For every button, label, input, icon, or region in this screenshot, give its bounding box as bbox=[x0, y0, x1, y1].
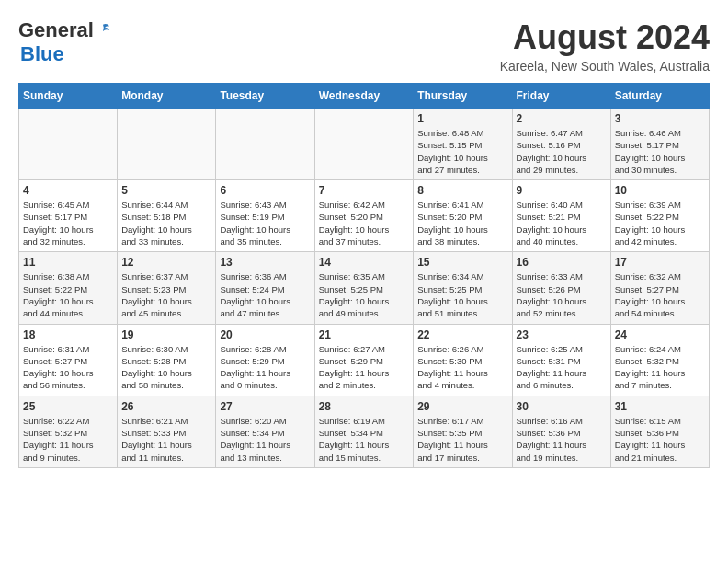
calendar-cell bbox=[314, 109, 414, 180]
day-info: Sunrise: 6:22 AM Sunset: 5:32 PM Dayligh… bbox=[23, 415, 113, 464]
day-info: Sunrise: 6:16 AM Sunset: 5:36 PM Dayligh… bbox=[517, 415, 607, 464]
calendar-table: SundayMondayTuesdayWednesdayThursdayFrid… bbox=[18, 83, 710, 468]
day-info: Sunrise: 6:45 AM Sunset: 5:17 PM Dayligh… bbox=[23, 199, 113, 247]
day-number: 15 bbox=[417, 256, 507, 269]
day-number: 23 bbox=[517, 328, 607, 341]
calendar-cell: 21Sunrise: 6:27 AM Sunset: 5:29 PM Dayli… bbox=[314, 324, 414, 396]
day-info: Sunrise: 6:24 AM Sunset: 5:32 PM Dayligh… bbox=[615, 343, 705, 392]
day-info: Sunrise: 6:32 AM Sunset: 5:27 PM Dayligh… bbox=[615, 270, 705, 319]
day-number: 3 bbox=[615, 112, 705, 125]
calendar-cell: 17Sunrise: 6:32 AM Sunset: 5:27 PM Dayli… bbox=[610, 252, 709, 324]
day-number: 11 bbox=[23, 256, 113, 269]
day-number: 2 bbox=[517, 112, 607, 125]
day-number: 29 bbox=[417, 400, 507, 413]
day-headers-row: SundayMondayTuesdayWednesdayThursdayFrid… bbox=[19, 84, 710, 109]
calendar-cell: 27Sunrise: 6:20 AM Sunset: 5:34 PM Dayli… bbox=[216, 396, 314, 467]
calendar-cell: 4Sunrise: 6:45 AM Sunset: 5:17 PM Daylig… bbox=[19, 180, 118, 252]
day-number: 22 bbox=[417, 328, 507, 341]
calendar-cell: 20Sunrise: 6:28 AM Sunset: 5:29 PM Dayli… bbox=[216, 324, 314, 396]
day-header-wednesday: Wednesday bbox=[314, 84, 414, 109]
day-number: 24 bbox=[615, 328, 705, 341]
day-info: Sunrise: 6:21 AM Sunset: 5:33 PM Dayligh… bbox=[121, 415, 211, 464]
calendar-cell: 5Sunrise: 6:44 AM Sunset: 5:18 PM Daylig… bbox=[118, 180, 216, 252]
calendar-cell: 6Sunrise: 6:43 AM Sunset: 5:19 PM Daylig… bbox=[216, 180, 314, 252]
logo-general-text: General bbox=[18, 18, 94, 42]
day-info: Sunrise: 6:35 AM Sunset: 5:25 PM Dayligh… bbox=[319, 270, 410, 319]
logo-blue-text: Blue bbox=[20, 42, 64, 66]
day-number: 7 bbox=[319, 184, 410, 197]
calendar-body: 1Sunrise: 6:48 AM Sunset: 5:15 PM Daylig… bbox=[19, 109, 710, 468]
calendar-cell: 11Sunrise: 6:38 AM Sunset: 5:22 PM Dayli… bbox=[19, 252, 118, 324]
day-info: Sunrise: 6:47 AM Sunset: 5:16 PM Dayligh… bbox=[517, 127, 607, 176]
day-number: 5 bbox=[121, 184, 211, 197]
calendar-cell: 26Sunrise: 6:21 AM Sunset: 5:33 PM Dayli… bbox=[118, 396, 216, 467]
day-number: 18 bbox=[23, 328, 113, 341]
day-info: Sunrise: 6:25 AM Sunset: 5:31 PM Dayligh… bbox=[517, 343, 607, 392]
calendar-cell: 28Sunrise: 6:19 AM Sunset: 5:34 PM Dayli… bbox=[314, 396, 414, 467]
day-header-sunday: Sunday bbox=[19, 84, 118, 109]
day-number: 6 bbox=[220, 184, 310, 197]
day-info: Sunrise: 6:46 AM Sunset: 5:17 PM Dayligh… bbox=[615, 127, 705, 176]
day-info: Sunrise: 6:38 AM Sunset: 5:22 PM Dayligh… bbox=[23, 270, 113, 319]
day-info: Sunrise: 6:44 AM Sunset: 5:18 PM Dayligh… bbox=[121, 199, 211, 247]
day-info: Sunrise: 6:48 AM Sunset: 5:15 PM Dayligh… bbox=[417, 127, 507, 176]
calendar-cell: 24Sunrise: 6:24 AM Sunset: 5:32 PM Dayli… bbox=[610, 324, 709, 396]
title-block: August 2024 Kareela, New South Wales, Au… bbox=[500, 18, 710, 74]
day-info: Sunrise: 6:33 AM Sunset: 5:26 PM Dayligh… bbox=[517, 270, 607, 319]
calendar-cell: 30Sunrise: 6:16 AM Sunset: 5:36 PM Dayli… bbox=[512, 396, 610, 467]
calendar-cell: 25Sunrise: 6:22 AM Sunset: 5:32 PM Dayli… bbox=[19, 396, 118, 467]
calendar-cell: 31Sunrise: 6:15 AM Sunset: 5:36 PM Dayli… bbox=[610, 396, 709, 467]
day-header-friday: Friday bbox=[512, 84, 610, 109]
day-number: 14 bbox=[319, 256, 410, 269]
calendar-cell: 16Sunrise: 6:33 AM Sunset: 5:26 PM Dayli… bbox=[512, 252, 610, 324]
calendar-cell: 9Sunrise: 6:40 AM Sunset: 5:21 PM Daylig… bbox=[512, 180, 610, 252]
day-info: Sunrise: 6:36 AM Sunset: 5:24 PM Dayligh… bbox=[220, 270, 310, 319]
location-subtitle: Kareela, New South Wales, Australia bbox=[500, 59, 710, 74]
day-info: Sunrise: 6:15 AM Sunset: 5:36 PM Dayligh… bbox=[615, 415, 705, 464]
day-info: Sunrise: 6:27 AM Sunset: 5:29 PM Dayligh… bbox=[319, 343, 410, 392]
day-header-tuesday: Tuesday bbox=[216, 84, 314, 109]
calendar-cell: 10Sunrise: 6:39 AM Sunset: 5:22 PM Dayli… bbox=[610, 180, 709, 252]
day-header-thursday: Thursday bbox=[414, 84, 512, 109]
page-header: General Blue August 2024 Kareela, New So… bbox=[18, 18, 710, 74]
calendar-cell: 29Sunrise: 6:17 AM Sunset: 5:35 PM Dayli… bbox=[414, 396, 512, 467]
day-header-monday: Monday bbox=[118, 84, 216, 109]
day-number: 28 bbox=[319, 400, 410, 413]
calendar-week-row: 4Sunrise: 6:45 AM Sunset: 5:17 PM Daylig… bbox=[19, 180, 710, 252]
day-info: Sunrise: 6:39 AM Sunset: 5:22 PM Dayligh… bbox=[615, 199, 705, 247]
day-info: Sunrise: 6:34 AM Sunset: 5:25 PM Dayligh… bbox=[417, 270, 507, 319]
day-info: Sunrise: 6:41 AM Sunset: 5:20 PM Dayligh… bbox=[417, 199, 507, 247]
calendar-cell: 12Sunrise: 6:37 AM Sunset: 5:23 PM Dayli… bbox=[118, 252, 216, 324]
calendar-cell: 13Sunrise: 6:36 AM Sunset: 5:24 PM Dayli… bbox=[216, 252, 314, 324]
day-header-saturday: Saturday bbox=[610, 84, 709, 109]
calendar-week-row: 18Sunrise: 6:31 AM Sunset: 5:27 PM Dayli… bbox=[19, 324, 710, 396]
day-info: Sunrise: 6:43 AM Sunset: 5:19 PM Dayligh… bbox=[220, 199, 310, 247]
day-number: 27 bbox=[220, 400, 310, 413]
day-number: 21 bbox=[319, 328, 410, 341]
calendar-cell: 19Sunrise: 6:30 AM Sunset: 5:28 PM Dayli… bbox=[118, 324, 216, 396]
logo-bird-icon bbox=[95, 22, 111, 39]
day-info: Sunrise: 6:19 AM Sunset: 5:34 PM Dayligh… bbox=[319, 415, 410, 464]
calendar-cell: 8Sunrise: 6:41 AM Sunset: 5:20 PM Daylig… bbox=[414, 180, 512, 252]
day-info: Sunrise: 6:31 AM Sunset: 5:27 PM Dayligh… bbox=[23, 343, 113, 392]
calendar-cell: 1Sunrise: 6:48 AM Sunset: 5:15 PM Daylig… bbox=[414, 109, 512, 180]
calendar-header: SundayMondayTuesdayWednesdayThursdayFrid… bbox=[19, 84, 710, 109]
day-number: 25 bbox=[23, 400, 113, 413]
calendar-cell: 14Sunrise: 6:35 AM Sunset: 5:25 PM Dayli… bbox=[314, 252, 414, 324]
day-number: 31 bbox=[615, 400, 705, 413]
calendar-week-row: 1Sunrise: 6:48 AM Sunset: 5:15 PM Daylig… bbox=[19, 109, 710, 180]
day-info: Sunrise: 6:26 AM Sunset: 5:30 PM Dayligh… bbox=[417, 343, 507, 392]
calendar-cell: 18Sunrise: 6:31 AM Sunset: 5:27 PM Dayli… bbox=[19, 324, 118, 396]
day-number: 19 bbox=[121, 328, 211, 341]
day-info: Sunrise: 6:20 AM Sunset: 5:34 PM Dayligh… bbox=[220, 415, 310, 464]
day-info: Sunrise: 6:30 AM Sunset: 5:28 PM Dayligh… bbox=[121, 343, 211, 392]
day-number: 13 bbox=[220, 256, 310, 269]
day-number: 26 bbox=[121, 400, 211, 413]
day-info: Sunrise: 6:37 AM Sunset: 5:23 PM Dayligh… bbox=[121, 270, 211, 319]
calendar-cell bbox=[118, 109, 216, 180]
calendar-cell: 23Sunrise: 6:25 AM Sunset: 5:31 PM Dayli… bbox=[512, 324, 610, 396]
day-info: Sunrise: 6:40 AM Sunset: 5:21 PM Dayligh… bbox=[517, 199, 607, 247]
logo: General Blue bbox=[18, 18, 111, 66]
day-info: Sunrise: 6:17 AM Sunset: 5:35 PM Dayligh… bbox=[417, 415, 507, 464]
day-info: Sunrise: 6:28 AM Sunset: 5:29 PM Dayligh… bbox=[220, 343, 310, 392]
